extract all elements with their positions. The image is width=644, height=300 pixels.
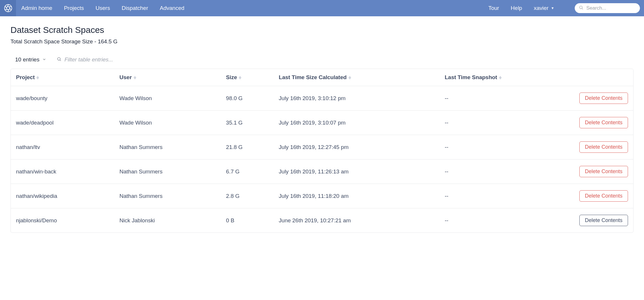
svg-marker-18 [348, 78, 351, 79]
cell-last-snapshot: -- [440, 111, 574, 135]
brand-logo[interactable] [0, 0, 16, 16]
cell-action: Delete Contents [575, 208, 633, 233]
col-actions [575, 69, 633, 86]
table-row: wade/deadpoolWade Wilson35.1 GJuly 16th … [11, 111, 633, 135]
svg-marker-12 [36, 78, 39, 79]
table-row: nathan/ltvNathan Summers21.8 GJuly 16th … [11, 135, 633, 159]
cell-action: Delete Contents [575, 159, 633, 184]
cell-project: njablonski/Demo [11, 208, 115, 233]
cell-size: 35.1 G [221, 111, 274, 135]
table-row: nathan/win-backNathan Summers6.7 GJuly 1… [11, 159, 633, 184]
user-menu[interactable]: xavier ▼ [534, 5, 554, 11]
user-name: xavier [534, 5, 549, 11]
cell-last-snapshot: -- [440, 159, 574, 184]
table-row: nathan/wikipediaNathan Summers2.8 GJuly … [11, 184, 633, 208]
cell-size: 6.7 G [221, 159, 274, 184]
cell-last-calc: July 16th 2019, 11:26:13 am [274, 159, 440, 184]
nav-users[interactable]: Users [95, 5, 110, 11]
svg-marker-20 [499, 78, 502, 79]
nav-dispatcher[interactable]: Dispatcher [122, 5, 148, 11]
cell-action: Delete Contents [575, 111, 633, 135]
page-content: Dataset Scratch Spaces Total Scratch Spa… [0, 16, 644, 233]
cell-size: 2.8 G [221, 184, 274, 208]
nav-projects[interactable]: Projects [64, 5, 84, 11]
cell-user: Nick Jablonski [115, 208, 221, 233]
delete-contents-button[interactable]: Delete Contents [579, 166, 628, 177]
col-last-calc[interactable]: Last Time Size Calculated [274, 69, 440, 86]
delete-contents-button[interactable]: Delete Contents [579, 141, 628, 153]
col-size[interactable]: Size [221, 69, 274, 86]
cell-size: 21.8 G [221, 135, 274, 159]
cell-last-calc: June 26th 2019, 10:27:21 am [274, 208, 440, 233]
delete-contents-button[interactable]: Delete Contents [579, 190, 628, 202]
cell-last-calc: July 16th 2019, 11:18:20 am [274, 184, 440, 208]
sort-icon [239, 76, 241, 79]
table-header-row: Project User Size Last Time Size Calcula… [11, 69, 633, 86]
nav-tour[interactable]: Tour [488, 5, 499, 11]
aperture-icon [4, 4, 13, 13]
cell-project: nathan/win-back [11, 159, 115, 184]
nav-admin-home[interactable]: Admin home [21, 5, 52, 11]
delete-contents-button[interactable]: Delete Contents [579, 117, 628, 128]
col-last-calc-label: Last Time Size Calculated [279, 74, 347, 80]
svg-marker-14 [134, 78, 136, 79]
cell-action: Delete Contents [575, 135, 633, 159]
col-user[interactable]: User [115, 69, 221, 86]
top-navbar: Admin home Projects Users Dispatcher Adv… [0, 0, 644, 16]
cell-size: 0 B [221, 208, 274, 233]
sort-icon [134, 76, 136, 79]
cell-project: wade/deadpool [11, 111, 115, 135]
sort-icon [36, 76, 39, 79]
filter-input[interactable] [64, 56, 140, 63]
col-user-label: User [119, 74, 132, 80]
table-filter [57, 56, 140, 63]
cell-last-calc: July 16th 2019, 12:27:45 pm [274, 135, 440, 159]
table-row: wade/bountyWade Wilson98.0 GJuly 16th 20… [11, 86, 633, 111]
col-last-snapshot-label: Last Time Snapshot [445, 74, 497, 80]
sort-icon [499, 76, 502, 79]
nav-right-group: Tour Help xavier ▼ [488, 3, 640, 13]
cell-project: nathan/wikipedia [11, 184, 115, 208]
cell-size: 98.0 G [221, 86, 274, 111]
svg-line-10 [60, 60, 61, 61]
nav-help[interactable]: Help [511, 5, 522, 11]
table-controls: 10 entries [10, 56, 634, 63]
delete-contents-button[interactable]: Delete Contents [579, 93, 628, 104]
caret-down-icon: ▼ [551, 6, 554, 10]
entries-per-page[interactable]: 10 entries [15, 56, 46, 63]
cell-last-snapshot: -- [440, 184, 574, 208]
svg-line-8 [582, 8, 583, 9]
sort-icon [348, 76, 351, 79]
cell-action: Delete Contents [575, 86, 633, 111]
cell-user: Nathan Summers [115, 135, 221, 159]
col-project-label: Project [16, 74, 35, 80]
cell-last-snapshot: -- [440, 86, 574, 111]
col-last-snapshot[interactable]: Last Time Snapshot [440, 69, 574, 86]
col-project[interactable]: Project [11, 69, 115, 86]
col-size-label: Size [226, 74, 237, 80]
cell-user: Nathan Summers [115, 184, 221, 208]
table-row: njablonski/DemoNick Jablonski0 BJune 26t… [11, 208, 633, 233]
cell-last-calc: July 16th 2019, 3:10:07 pm [274, 111, 440, 135]
nav-advanced[interactable]: Advanced [160, 5, 185, 11]
cell-last-snapshot: -- [440, 208, 574, 233]
cell-last-snapshot: -- [440, 135, 574, 159]
search-icon [57, 56, 61, 63]
svg-marker-16 [239, 78, 241, 79]
cell-user: Nathan Summers [115, 159, 221, 184]
search-icon [579, 5, 583, 11]
cell-project: nathan/ltv [11, 135, 115, 159]
search-input[interactable] [575, 3, 640, 13]
cell-last-calc: July 16th 2019, 3:10:12 pm [274, 86, 440, 111]
svg-point-7 [580, 6, 582, 9]
chevron-down-icon [42, 56, 46, 63]
nav-left-group: Admin home Projects Users Dispatcher Adv… [21, 5, 184, 11]
global-search [575, 3, 640, 13]
page-title: Dataset Scratch Spaces [10, 25, 634, 35]
cell-user: Wade Wilson [115, 111, 221, 135]
svg-point-9 [58, 58, 60, 60]
page-subtitle: Total Scratch Space Storage Size - 164.5… [10, 38, 634, 45]
entries-label: 10 entries [15, 56, 39, 63]
cell-action: Delete Contents [575, 184, 633, 208]
delete-contents-button[interactable]: Delete Contents [579, 215, 628, 226]
